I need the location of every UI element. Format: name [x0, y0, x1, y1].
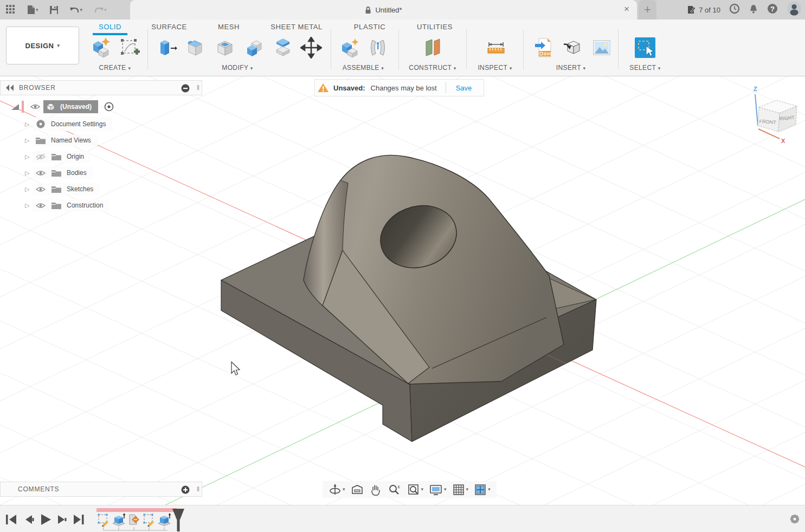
disclosure-arrow-icon[interactable]: ▷ [25, 170, 33, 177]
tab-surface[interactable]: SURFACE [151, 23, 187, 31]
job-status-button[interactable]: 7 of 10 [686, 5, 720, 15]
move-icon[interactable] [299, 35, 324, 61]
panel-resize-handle[interactable]: ‖ [197, 485, 199, 493]
combine-icon[interactable] [242, 35, 267, 61]
scene-svg[interactable] [0, 76, 805, 505]
help-icon[interactable]: ? [767, 3, 778, 16]
zoom-tool[interactable]: ± [386, 482, 403, 497]
viewport-canvas[interactable] [0, 76, 805, 505]
timeline-feature-sketch[interactable] [96, 512, 111, 527]
insert-svg-icon[interactable]: SVG [532, 35, 557, 61]
browser-header[interactable]: BROWSER ‖ [0, 80, 202, 95]
save-link[interactable]: Save [446, 84, 482, 92]
viewports-tool[interactable]: ▾ [472, 482, 492, 497]
timeline-feature-extrude[interactable] [112, 512, 126, 527]
timeline-settings-gear-icon[interactable] [789, 513, 801, 527]
group-label-assemble[interactable]: ASSEMBLE ▾ [343, 64, 384, 72]
create-form-icon[interactable] [88, 35, 113, 61]
timeline-step-forward-button[interactable] [54, 512, 68, 527]
browser-panel: BROWSER ‖ (Unsaved) [0, 80, 202, 95]
expanded-corner-icon[interactable] [10, 102, 21, 112]
tab-utilities[interactable]: UTILITIES [417, 23, 453, 31]
save-icon [49, 5, 59, 15]
undo-button[interactable]: ▾ [68, 4, 85, 15]
group-label-select[interactable]: SELECT ▾ [629, 64, 661, 72]
sidebar-item-bodies[interactable]: ▷ Bodies [25, 166, 93, 180]
disclosure-arrow-icon[interactable]: ▷ [25, 153, 33, 160]
sidebar-item-document-settings[interactable]: ▷ Document Settings [25, 117, 112, 131]
add-comment-icon[interactable] [181, 485, 190, 496]
orbit-tool[interactable]: ▾ [327, 482, 347, 497]
timeline-unsaved-highlight [96, 508, 177, 512]
tab-solid[interactable]: SOLID [99, 23, 121, 31]
display-settings-tool[interactable]: ▾ [427, 482, 448, 497]
visibility-off-eye-icon[interactable] [35, 153, 46, 161]
browser-minimize-icon[interactable] [181, 84, 190, 95]
canvas-image-icon[interactable] [589, 35, 614, 61]
viewcube[interactable]: Z X FRONT RIGHT [747, 80, 805, 148]
press-pull-icon[interactable] [154, 35, 179, 61]
model-bracket[interactable] [221, 155, 596, 442]
app-grid-menu-icon[interactable] [4, 4, 17, 16]
group-label-inspect[interactable]: INSPECT ▾ [478, 64, 512, 72]
visibility-eye-icon[interactable] [35, 202, 46, 210]
document-tab[interactable]: Untitled* × [130, 0, 637, 20]
select-icon[interactable] [633, 35, 658, 61]
sidebar-item-sketches[interactable]: ▷ Sketches [25, 182, 100, 196]
timeline-go-to-end-button[interactable] [72, 512, 86, 527]
sidebar-item-construction[interactable]: ▷ Construction [25, 198, 110, 212]
undo-icon [69, 5, 80, 14]
save-button[interactable] [48, 4, 60, 16]
comments-header[interactable]: COMMENTS ‖ [0, 482, 202, 497]
shell-icon[interactable] [213, 35, 238, 61]
activity-clock-icon[interactable] [729, 3, 740, 16]
file-menu-button[interactable]: ▾ [25, 4, 40, 16]
panel-resize-handle[interactable]: ‖ [197, 83, 199, 92]
sidebar-item-named-views[interactable]: ▷ Named Views [25, 133, 98, 147]
group-label-create[interactable]: CREATE ▾ [99, 64, 131, 72]
root-document-chip[interactable]: (Unsaved) [43, 100, 98, 113]
joint-icon[interactable] [365, 35, 390, 61]
timeline-play-button[interactable] [38, 512, 52, 527]
collapse-panel-icon[interactable] [5, 84, 15, 92]
activate-component-radio-icon[interactable] [104, 101, 114, 112]
create-sketch-icon[interactable] [117, 35, 142, 61]
fillet-icon[interactable] [184, 35, 209, 61]
sidebar-item-origin[interactable]: ▷ Origin [25, 150, 91, 164]
new-component-icon[interactable] [337, 35, 362, 61]
timeline-feature-hole[interactable] [127, 512, 141, 527]
redo-button[interactable]: ▾ [92, 4, 108, 15]
timeline-feature-sketch[interactable] [142, 512, 156, 527]
disclosure-arrow-icon[interactable]: ▷ [25, 137, 33, 144]
offset-face-icon[interactable] [271, 35, 295, 61]
close-tab-button[interactable]: × [624, 4, 629, 14]
look-at-tool[interactable] [349, 482, 365, 497]
disclosure-arrow-icon[interactable]: ▷ [25, 121, 33, 128]
browser-root-row[interactable]: (Unsaved) [10, 100, 114, 114]
disclosure-arrow-icon[interactable]: ▷ [25, 186, 33, 193]
timeline-go-to-start-button[interactable] [4, 512, 18, 527]
tab-sheet-metal[interactable]: SHEET METAL [271, 23, 323, 31]
disclosure-arrow-icon[interactable]: ▷ [25, 202, 33, 209]
pan-tool[interactable] [368, 482, 384, 497]
tab-mesh[interactable]: MESH [218, 23, 240, 31]
group-label-insert[interactable]: INSERT ▾ [556, 64, 586, 72]
component-cube-icon [46, 102, 56, 112]
timeline-step-back-button[interactable] [22, 512, 36, 527]
timeline-feature-extrude[interactable] [157, 512, 171, 527]
workspace-selector[interactable]: DESIGN▾ [6, 27, 79, 64]
user-avatar[interactable] [787, 1, 802, 18]
construct-plane-icon[interactable] [420, 35, 445, 61]
grid-display-tool[interactable]: ▾ [450, 482, 471, 497]
insert-mesh-icon[interactable] [561, 35, 585, 61]
root-visibility-eye-icon[interactable] [27, 101, 43, 112]
new-tab-button[interactable]: + [639, 0, 656, 20]
group-label-modify[interactable]: MODIFY ▾ [222, 64, 253, 72]
measure-icon[interactable] [484, 35, 508, 61]
tab-plastic[interactable]: PLASTIC [354, 23, 385, 31]
visibility-eye-icon[interactable] [35, 169, 46, 177]
notifications-bell-icon[interactable] [749, 4, 758, 16]
group-label-construct[interactable]: CONSTRUCT ▾ [409, 64, 456, 72]
fit-tool[interactable]: ▾ [405, 482, 426, 497]
visibility-eye-icon[interactable] [35, 185, 46, 193]
